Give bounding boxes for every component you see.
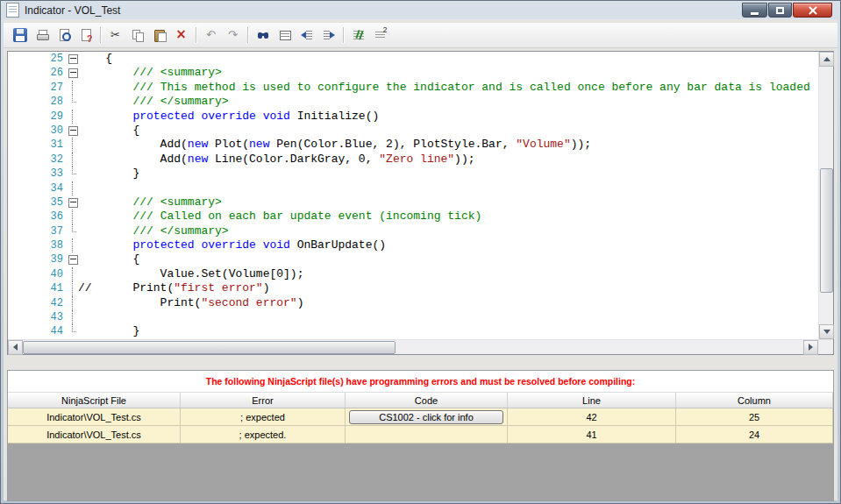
fold-toggle[interactable] (68, 124, 78, 138)
error-file-cell: Indicator\VOL_Test.cs (8, 426, 181, 443)
error-line-cell: 42 (508, 408, 676, 425)
error-row[interactable]: Indicator\VOL_Test.cs; expectedCS1002 - … (8, 408, 833, 426)
code-text: /// </summary> (78, 95, 818, 109)
code-line-31[interactable]: 31 Add(new Plot(new Pen(Color.Blue, 2), … (8, 138, 818, 152)
fold-guide (68, 81, 78, 95)
fold-guide (68, 224, 78, 238)
redo-button[interactable]: ↷ (223, 25, 243, 45)
error-message-cell: ; expected (181, 408, 346, 425)
column-header-error: Error (181, 393, 346, 408)
code-line-25[interactable]: 25 { (8, 52, 818, 66)
replace-button[interactable] (274, 25, 295, 45)
error-grid-header: NinjaScript FileErrorCodeLineColumn (8, 393, 833, 408)
fold-toggle[interactable] (68, 252, 78, 266)
line-number: 38 (8, 238, 68, 252)
fold-toggle[interactable] (68, 195, 78, 209)
close-button[interactable] (793, 3, 832, 18)
code-line-41[interactable]: 41// Print("first error") (8, 281, 818, 295)
arrow-down-icon (823, 330, 830, 334)
uncomment-lines-button[interactable] (370, 25, 390, 45)
undo-button[interactable]: ↶ (201, 25, 221, 45)
print-button[interactable] (32, 25, 52, 45)
splitter[interactable] (4, 355, 837, 370)
error-code-button[interactable]: CS1002 - click for info (349, 410, 503, 424)
vertical-scroll-thumb[interactable] (820, 168, 833, 293)
window-client-area: ✂×↶↷ 25 {26 /// <summary>27 /// This met… (4, 19, 837, 500)
fold-guide (68, 167, 78, 181)
scroll-up-button[interactable] (819, 52, 834, 67)
print-preview-button[interactable] (53, 25, 74, 45)
fold-guide (68, 310, 78, 324)
code-text: } (78, 167, 818, 181)
code-line-43[interactable]: 43 (8, 310, 818, 324)
code-text: Value.Set(Volume[0]); (78, 267, 818, 281)
window-controls (741, 3, 832, 18)
code-text: // Print("first error") (78, 281, 818, 295)
window-icon (6, 3, 19, 18)
code-text: protected override void OnBarUpdate() (78, 238, 818, 252)
error-code-cell: CS1002 - click for info (346, 408, 508, 425)
fold-guide (68, 95, 78, 109)
fold-guide (68, 110, 78, 124)
code-line-40[interactable]: 40 Value.Set(Volume[0]); (8, 267, 818, 281)
paste-button[interactable] (149, 25, 169, 45)
code-line-33[interactable]: 33 } (8, 167, 818, 181)
code-line-38[interactable]: 38 protected override void OnBarUpdate() (8, 238, 818, 252)
code-line-27[interactable]: 27 /// This method is used to configure … (8, 81, 818, 95)
editor-lines[interactable]: 25 {26 /// <summary>27 /// This method i… (8, 52, 818, 339)
outdent-icon (300, 28, 314, 42)
line-number: 41 (8, 281, 68, 295)
fold-toggle[interactable] (68, 66, 78, 80)
minimize-button[interactable] (742, 3, 767, 18)
column-header-line: Line (508, 393, 676, 408)
code-line-34[interactable]: 34 (8, 181, 818, 195)
code-line-30[interactable]: 30 { (8, 124, 818, 138)
vertical-scrollbar[interactable] (818, 52, 833, 339)
code-line-29[interactable]: 29 protected override void Initialize() (8, 110, 818, 124)
code-line-28[interactable]: 28 /// </summary> (8, 95, 818, 109)
copy-icon (131, 28, 145, 42)
fold-guide (68, 267, 78, 281)
code-line-36[interactable]: 36 /// Called on each bar update event (… (8, 209, 818, 224)
code-line-42[interactable]: 42 Print("second error") (8, 296, 818, 310)
minimize-icon (751, 12, 759, 15)
code-line-35[interactable]: 35 /// <summary> (8, 195, 818, 209)
toolbar-separator (100, 27, 101, 43)
line-number: 35 (8, 195, 68, 209)
cut-button[interactable]: ✂ (105, 25, 125, 45)
fold-toggle[interactable] (68, 52, 78, 66)
scrollbar-corner (818, 340, 833, 354)
indent-button[interactable] (318, 25, 339, 45)
comment-lines-button[interactable] (348, 25, 368, 45)
line-number: 37 (8, 224, 68, 238)
find-button[interactable] (253, 25, 273, 45)
code-line-32[interactable]: 32 Add(new Line(Color.DarkGray, 0, "Zero… (8, 153, 818, 167)
code-editor[interactable]: 25 {26 /// <summary>27 /// This method i… (7, 51, 834, 355)
fold-guide (68, 281, 78, 295)
horizontal-scroll-thumb[interactable] (23, 341, 396, 354)
toolbar-separator (343, 27, 344, 43)
delete-button[interactable]: × (171, 25, 191, 45)
help-button[interactable] (75, 25, 96, 45)
code-line-39[interactable]: 39 { (8, 252, 818, 266)
code-line-44[interactable]: 44 } (8, 324, 818, 338)
horizontal-scrollbar[interactable] (8, 340, 818, 354)
code-line-26[interactable]: 26 /// <summary> (8, 66, 818, 80)
error-row[interactable]: Indicator\VOL_Test.cs; expected.4124 (8, 426, 833, 444)
outdent-button[interactable] (296, 25, 317, 45)
undo-icon: ↶ (204, 28, 218, 42)
code-line-37[interactable]: 37 /// </summary> (8, 224, 818, 238)
scroll-left-button[interactable] (8, 340, 23, 355)
save-button[interactable] (10, 25, 30, 45)
error-column-cell: 25 (676, 408, 833, 425)
toolbar: ✂×↶↷ (4, 23, 837, 48)
line-number: 39 (8, 252, 68, 266)
scroll-down-button[interactable] (819, 324, 834, 339)
copy-button[interactable] (127, 25, 147, 45)
titlebar[interactable]: Indicator - VOL_Test (4, 1, 837, 19)
print-preview-icon (57, 28, 71, 42)
find-icon (256, 28, 270, 42)
line-number: 27 (8, 81, 68, 95)
maximize-button[interactable] (768, 3, 792, 18)
scroll-right-button[interactable] (803, 340, 818, 355)
